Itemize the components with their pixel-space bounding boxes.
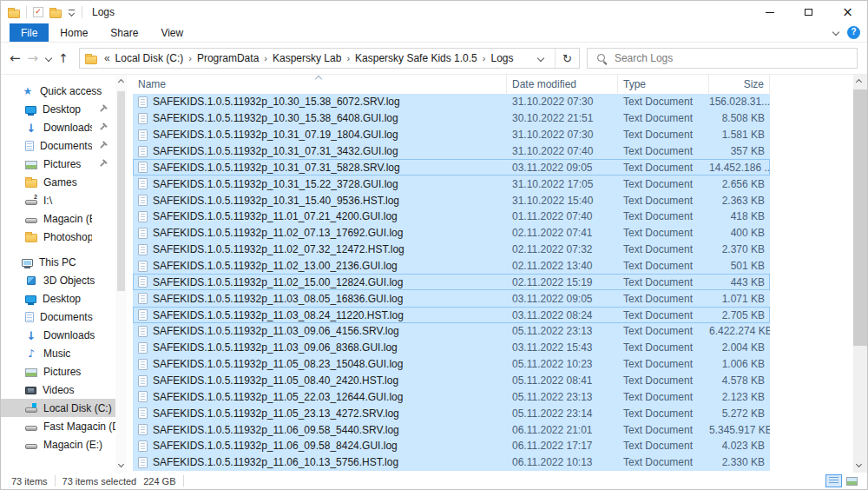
close-button[interactable]: × — [828, 1, 867, 23]
maximize-button[interactable] — [789, 1, 828, 23]
drive-icon — [25, 218, 37, 223]
file-row[interactable]: SAFEKIDS.1.0.5.11932p_11.02_13.00_2136.G… — [133, 258, 770, 275]
file-row[interactable]: SAFEKIDS.1.0.5.11932p_11.03_09.06_4156.S… — [133, 323, 770, 340]
up-button[interactable]: ↑ — [58, 52, 69, 64]
sidebar-scrollbar[interactable] — [115, 75, 127, 473]
sidebar-item[interactable]: Photoshoping — [1, 228, 115, 246]
sidebar-item-label: 3D Objects — [43, 275, 115, 287]
breadcrumb-segment[interactable]: ProgramData› — [197, 52, 271, 64]
minimize-button[interactable] — [750, 1, 789, 23]
file-list-scrollbar[interactable] — [853, 75, 867, 473]
sidebar-item-label: Music — [43, 348, 115, 360]
sidebar-item[interactable]: Music — [1, 344, 115, 362]
file-row[interactable]: SAFEKIDS.1.0.5.11932p_11.03_08.24_11220.… — [133, 307, 770, 323]
sidebar-item-this-pc[interactable]: This PC — [1, 253, 115, 271]
file-row[interactable]: SAFEKIDS.1.0.5.11932p_11.05_08.23_15048.… — [133, 356, 770, 373]
scroll-down-icon[interactable] — [853, 460, 867, 473]
thumbnails-view-button[interactable] — [844, 474, 860, 487]
sidebar-item[interactable]: 3D Objects — [1, 271, 115, 289]
scroll-up-icon[interactable] — [115, 75, 127, 88]
file-date-modified: 05.11.2022 08:41 — [507, 374, 618, 387]
file-row[interactable]: SAFEKIDS.1.0.5.11932p_11.03_09.06_8368.G… — [133, 340, 770, 356]
text-document-icon — [138, 228, 148, 239]
sidebar-item[interactable]: Desktop — [1, 289, 115, 308]
file-row[interactable]: SAFEKIDS.1.0.5.11932p_11.02_07.13_17692.… — [133, 225, 770, 242]
address-dropdown-icon[interactable] — [537, 56, 555, 62]
sidebar-item-quick-access[interactable]: Quick access — [1, 82, 115, 100]
qat-new-folder-icon[interactable] — [49, 10, 62, 18]
file-row[interactable]: SAFEKIDS.1.0.5.11932p_10.30_15.38_6072.S… — [133, 94, 770, 110]
text-document-icon — [138, 146, 148, 157]
sidebar-item[interactable]: Games — [1, 173, 115, 191]
sidebar-item[interactable]: Documents — [1, 136, 115, 155]
sidebar-item[interactable]: Downloads — [1, 118, 115, 136]
breadcrumb-overflow[interactable]: « — [99, 52, 114, 64]
file-name: SAFEKIDS.1.0.5.11932p_11.06_09.58_8424.G… — [153, 440, 398, 452]
breadcrumb-segment[interactable]: Kaspersky Lab› — [273, 52, 353, 64]
file-row[interactable]: SAFEKIDS.1.0.5.11932p_10.30_15.38_6408.G… — [133, 110, 770, 127]
sidebar-item[interactable]: Pictures — [1, 155, 115, 173]
file-type: Text Document — [618, 243, 709, 255]
recent-locations-icon[interactable] — [45, 56, 51, 62]
file-row[interactable]: SAFEKIDS.1.0.5.11932p_11.06_09.58_5440.S… — [133, 421, 770, 438]
file-row[interactable]: SAFEKIDS.1.0.5.11932p_11.05_22.03_12644.… — [133, 388, 770, 405]
scroll-down-icon[interactable] — [115, 460, 127, 473]
file-date-modified: 05.11.2022 23:13 — [507, 325, 618, 337]
qat-customize-icon[interactable] — [68, 9, 76, 17]
sidebar-item[interactable]: Local Disk (C:) — [1, 399, 115, 417]
search-input[interactable] — [615, 52, 857, 64]
file-row[interactable]: SAFEKIDS.1.0.5.11932p_11.05_08.40_2420.H… — [133, 373, 770, 389]
sidebar-item[interactable]: Videos — [1, 381, 115, 399]
sidebar-item[interactable]: Magacin (E:) — [1, 209, 115, 228]
forward-button[interactable]: → — [28, 52, 39, 65]
file-row[interactable]: SAFEKIDS.1.0.5.11932p_10.31_07.19_1804.G… — [133, 127, 770, 143]
scrollbar-thumb[interactable] — [853, 89, 867, 346]
sidebar-item[interactable]: Fast Magacin (D: — [1, 417, 115, 435]
search-box[interactable] — [587, 48, 858, 69]
sidebar-scrollbar-thumb[interactable] — [117, 91, 125, 291]
file-type: Text Document — [618, 178, 709, 190]
column-header-date-modified[interactable]: Date modified — [507, 75, 618, 94]
file-row[interactable]: SAFEKIDS.1.0.5.11932p_10.31_07.31_5828.S… — [133, 159, 770, 175]
breadcrumb-separator-icon: › — [479, 53, 490, 63]
sidebar-item[interactable]: Magacin (E:) — [1, 435, 115, 454]
sidebar-section-label: Quick access — [40, 85, 115, 97]
sidebar-item[interactable]: Documents — [1, 308, 115, 326]
file-row[interactable]: SAFEKIDS.1.0.5.11932p_11.02_15.00_12824.… — [133, 274, 770, 290]
ribbon-tab[interactable]: File — [10, 23, 49, 42]
file-row[interactable]: SAFEKIDS.1.0.5.11932p_11.05_23.13_4272.S… — [133, 405, 770, 421]
file-name: SAFEKIDS.1.0.5.11932p_10.31_07.19_1804.G… — [153, 129, 398, 141]
file-size: 1.071 KB — [709, 293, 770, 305]
column-header-size[interactable]: Size — [709, 75, 770, 94]
column-header-type[interactable]: Type — [618, 75, 709, 94]
ribbon-tab[interactable]: Home — [49, 23, 99, 42]
sidebar-item[interactable]: Pictures — [1, 362, 115, 381]
breadcrumb-segment[interactable]: Local Disk (C:)› — [115, 52, 195, 64]
file-row[interactable]: SAFEKIDS.1.0.5.11932p_11.02_07.32_12472.… — [133, 242, 770, 258]
expand-ribbon-icon[interactable] — [832, 30, 838, 36]
file-row[interactable]: SAFEKIDS.1.0.5.11932p_11.06_10.13_5756.H… — [133, 454, 770, 471]
scroll-up-icon[interactable] — [853, 75, 867, 88]
qat-properties-icon[interactable] — [33, 7, 43, 17]
file-name-cell: SAFEKIDS.1.0.5.11932p_11.03_08.05_16836.… — [133, 293, 507, 305]
details-view-button[interactable] — [825, 474, 842, 487]
file-row[interactable]: SAFEKIDS.1.0.5.11932p_10.31_15.40_9536.H… — [133, 192, 770, 209]
back-button[interactable]: ← — [10, 52, 21, 65]
file-row[interactable]: SAFEKIDS.1.0.5.11932p_10.31_07.31_3432.G… — [133, 143, 770, 160]
address-bar[interactable]: « Local Disk (C:)›ProgramData›Kaspersky … — [79, 48, 580, 69]
file-row[interactable]: SAFEKIDS.1.0.5.11932p_10.31_15.22_3728.G… — [133, 175, 770, 192]
help-icon[interactable] — [847, 26, 860, 39]
file-row[interactable]: SAFEKIDS.1.0.5.11932p_11.03_08.05_16836.… — [133, 290, 770, 307]
sidebar-item[interactable]: I:\ — [1, 191, 115, 209]
ribbon-tab[interactable]: View — [149, 23, 194, 42]
sidebar-item[interactable]: Desktop — [1, 100, 115, 118]
sidebar-item[interactable]: Downloads — [1, 326, 115, 344]
breadcrumb-segment[interactable]: Logs› — [490, 52, 513, 64]
text-document-icon — [138, 113, 148, 124]
file-type: Text Document — [618, 162, 709, 174]
refresh-button[interactable]: ↻ — [556, 49, 579, 68]
file-row[interactable]: SAFEKIDS.1.0.5.11932p_11.06_09.58_8424.G… — [133, 438, 770, 454]
breadcrumb-segment[interactable]: Kaspersky Safe Kids 1.0.5› — [355, 52, 489, 64]
file-row[interactable]: SAFEKIDS.1.0.5.11932p_11.01_07.21_4200.G… — [133, 209, 770, 225]
ribbon-tab[interactable]: Share — [99, 23, 149, 42]
